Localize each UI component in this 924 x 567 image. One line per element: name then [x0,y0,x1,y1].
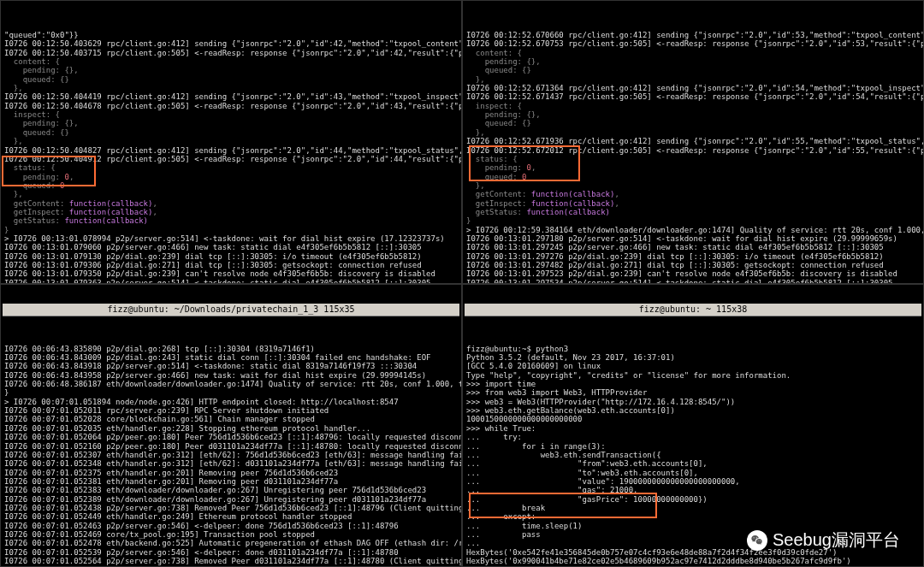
log-line: I0726 00:07:01.052449 eth/handler.go:249… [4,512,352,521]
log-line: I0726 00:13:01.079306 p2p/dial.go:271] d… [4,261,422,269]
terminal-pane-bottom-left[interactable]: fizz@ubuntu: ~/Downloads/privatechain_1_… [0,284,462,568]
log-line: }, [4,137,23,145]
watermark-text: Seebug漏洞平台 [773,529,900,552]
log-line: I0726 00:06:43.843918 p2p/server.go:514]… [4,362,417,370]
python-line: ... pass [466,530,541,539]
log-line: I0726 00:13:01.297482 p2p/dial.go:271] d… [466,261,884,269]
function-value: function(callback) [531,199,615,208]
function-value: function(callback) [526,208,610,216]
log-line: pending: {}, [466,110,541,119]
log-line: I0726 00:06:43.843009 p2p/dial.go:243] s… [4,353,431,362]
python-line: >>> while True: [466,424,536,433]
python-line: ... try: [466,433,522,441]
python-banner: [GCC 5.4.0 20160609] on linux [466,362,601,370]
log-line: I0726 00:07:01.052469 core/tx_pool.go:19… [4,530,315,539]
status-label: status: { [466,155,518,163]
log-line: I0726 00:07:01.052348 eth/handler.go:312… [4,459,462,468]
log-line: I0726 00:13:01.079350 p2p/dial.go:239] c… [4,269,435,278]
watermark: Seebug漏洞平台 [747,529,900,552]
log-line: I0726 00:12:52.671364 rpc/client.go:412]… [466,84,924,92]
log-line: I0726 00:07:01.052375 eth/handler.go:201… [4,469,338,477]
log-line: I0726 00:12:50.404912 rpc/client.go:505]… [4,155,462,163]
log-line: I0726 00:07:01.052028 core/blockchain.go… [4,415,315,423]
queued-value: 0 [60,181,64,190]
wechat-icon [747,530,767,551]
log-line: pending: {}, [466,57,541,66]
log-line: } [4,226,9,234]
python-line: ... for i in range(3): [466,442,606,451]
python-line: >>> import time [466,380,536,388]
log-line: I0726 00:07:01.052064 p2p/peer.go:180] P… [4,433,462,441]
log-line: I0726 00:13:01.297180 p2p/server.go:514]… [466,234,897,243]
log-line: > I0726 00:13:01.078994 p2p/server.go:51… [4,234,445,243]
terminal-output: I0726 00:12:52.670660 rpc/client.go:412]… [465,21,921,284]
prompt-line: fizz@ubuntu:~$ python3 [466,345,568,353]
terminal-pane-top-right[interactable]: I0726 00:12:52.670660 rpc/client.go:412]… [462,0,924,284]
python-line: ... except: [466,512,536,521]
log-line: I0726 00:07:01.052160 p2p/peer.go:180] P… [4,442,462,451]
log-line: }, [466,181,485,190]
function-value: function(callback) [69,208,153,216]
log-line: I0726 00:07:01.052035 eth/handler.go:228… [4,424,370,433]
log-line: I0726 00:12:50.404678 rpc/client.go:505]… [4,102,462,110]
log-line: > I0726 00:07:01.051894 node/node.go:426… [4,398,399,406]
log-line: } [4,388,9,397]
log-line: I0726 00:12:50.403715 rpc/client.go:505]… [4,49,462,57]
status-label: status: { [4,163,56,172]
terminal-output: "queued":"0x0"}} I0726 00:12:50.403629 r… [3,21,459,284]
log-line: queued: {} [466,119,531,127]
log-line: }, [4,190,23,198]
python-line: ... break [466,504,545,512]
python-line: >>> web3.eth.getBalance(web3.eth.account… [466,406,675,415]
log-line: content: { [4,57,60,66]
python-line: ... web3.eth.sendTransaction({ [466,451,661,459]
log-line: I0726 00:07:01.052389 eth/downloader/dow… [4,495,426,504]
python-line: ... "gasPrice": 10000000000000}) [466,495,708,504]
log-line: content: { [466,49,522,57]
function-value: function(callback) [531,190,615,198]
function-value: function(callback) [64,216,148,225]
log-line: pending: {}, [4,66,79,74]
log-line: I0726 00:13:01.079060 p2p/server.go:466]… [4,243,422,251]
getstatus-label: getStatus: [4,216,64,225]
log-line: > I0726 00:12:59.384164 eth/downloader/d… [466,226,924,234]
log-line: I0726 00:06:48.386187 eth/downloader/dow… [4,380,462,388]
log-line: I0726 00:13:01.297523 p2p/dial.go:239] c… [466,269,897,278]
python-line: >>> web3 = Web3(HTTPProvider("http://172… [466,398,735,406]
getstatus-label: getStatus: [466,208,526,216]
terminal-output: I0726 00:06:43.835890 p2p/dial.go:268] t… [3,334,459,567]
log-line: pending: {}, [4,119,79,127]
log-line: inspect: { [4,110,60,119]
log-line: I0726 00:12:52.672012 rpc/client.go:505]… [466,146,924,155]
getcontent-label: getContent: [4,199,69,208]
log-line: I0726 00:07:01.052438 p2p/server.go:738]… [4,504,462,512]
log-line: queued: {} [466,66,531,74]
log-line: I0726 00:12:52.670660 rpc/client.go:412]… [466,31,924,39]
python-line: ... "gas": 21000, [466,486,637,494]
log-line: }, [4,84,23,92]
getcontent-label: getContent: [466,190,531,198]
log-line: I0726 00:12:52.671437 rpc/client.go:505]… [466,92,924,101]
python-banner: Type "help", "copyright", "credits" or "… [466,371,791,380]
python-banner: Python 3.5.2 (default, Nov 23 2017, 16:3… [466,353,675,362]
python-line: >>> from web3 import Web3, HTTPProvider [466,388,647,397]
window-title: fizz@ubuntu: ~/Downloads/privatechain_1_… [3,304,459,316]
python-line: ... time.sleep(1) [466,522,582,530]
window-title: fizz@ubuntu: ~ 115x38 [465,304,921,316]
log-line: I0726 00:12:50.404419 rpc/client.go:412]… [4,92,462,101]
log-line: I0726 00:13:01.079130 p2p/dial.go:239] d… [4,252,422,261]
queued-value: 0 [522,173,526,181]
log-line: I0726 00:06:43.843958 p2p/server.go:466]… [4,371,426,380]
log-line: }, [466,128,485,137]
log-line: I0726 00:12:52.670753 rpc/client.go:505]… [466,39,924,48]
python-line: ... [466,539,480,547]
log-line: I0726 00:13:01.297276 p2p/dial.go:239] d… [466,252,884,261]
log-line: I0726 00:07:01.052463 p2p/server.go:546]… [4,522,399,530]
queued-label: queued: [4,181,60,190]
terminal-pane-top-left[interactable]: "queued":"0x0"}} I0726 00:12:50.403629 r… [0,0,462,284]
log-line: I0726 00:07:01.052307 eth/handler.go:312… [4,451,462,459]
log-line: I0726 00:12:52.671936 rpc/client.go:412]… [466,137,924,145]
pending-label: pending: [466,163,526,172]
log-line: I0726 00:13:01.297245 p2p/server.go:466]… [466,243,884,251]
terminal-pane-bottom-right[interactable]: fizz@ubuntu: ~ 115x38 fizz@ubuntu:~$ pyt… [462,284,924,568]
